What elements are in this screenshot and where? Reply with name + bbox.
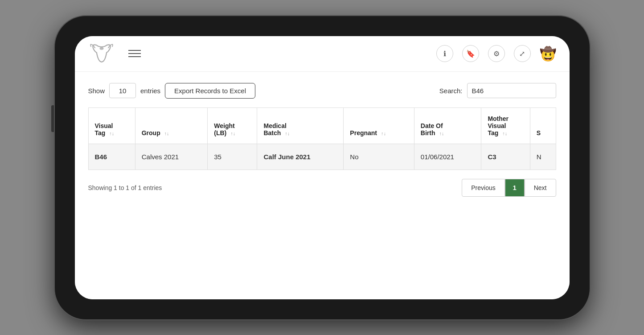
logo [88, 40, 115, 67]
sort-icon: ↑↓ [439, 131, 444, 136]
phone-notch [287, 16, 358, 29]
cell-medical-batch: Calf June 2021 [257, 144, 344, 170]
top-nav: ℹ 🔖 ⚙ ⤢ 🤠 [75, 36, 570, 72]
sort-icon: ↑↓ [502, 131, 507, 136]
sort-icon: ↑↓ [109, 131, 114, 136]
previous-button[interactable]: Previous [462, 179, 505, 197]
cell-mother-tag: C3 [481, 144, 530, 170]
user-avatar[interactable]: 🤠 [540, 46, 556, 62]
show-entries-input[interactable] [109, 83, 136, 98]
settings-button[interactable]: ⚙ [488, 45, 505, 62]
col-weight[interactable]: Weight(LB) ↑↓ [208, 108, 257, 144]
pagination: Previous 1 Next [462, 179, 556, 197]
cell-s: N [530, 144, 556, 170]
bookmark-icon: 🔖 [466, 50, 475, 58]
toolbar-right: Search: [439, 83, 556, 98]
next-button[interactable]: Next [525, 179, 556, 197]
col-pregnant[interactable]: Pregnant ↑↓ [344, 108, 414, 144]
nav-right-icons: ℹ 🔖 ⚙ ⤢ 🤠 [436, 45, 556, 62]
col-s: S [530, 108, 556, 144]
svg-point-0 [99, 47, 103, 50]
table-footer: Showing 1 to 1 of 1 entries Previous 1 N… [88, 179, 556, 197]
move-icon: ⤢ [519, 50, 525, 58]
hamburger-menu[interactable] [128, 50, 141, 57]
sort-icon: ↑↓ [381, 131, 386, 136]
logo-icon [88, 40, 115, 67]
current-page[interactable]: 1 [505, 179, 525, 197]
col-visual-tag[interactable]: VisualTag ↑↓ [88, 108, 135, 144]
phone-screen: ℹ 🔖 ⚙ ⤢ 🤠 Show entr [75, 36, 570, 299]
info-button[interactable]: ℹ [436, 45, 453, 62]
main-content: Show entries Export Records to Excel Sea… [75, 72, 570, 299]
col-date-of-birth[interactable]: Date OfBirth ↑↓ [414, 108, 481, 144]
sort-icon: ↑↓ [230, 131, 235, 136]
phone-frame: ℹ 🔖 ⚙ ⤢ 🤠 Show entr [55, 16, 590, 319]
data-table: VisualTag ↑↓ Group ↑↓ Weight(LB) ↑↓ Me [88, 108, 556, 170]
cell-visual-tag: B46 [88, 144, 135, 170]
show-label: Show [88, 87, 105, 95]
export-button[interactable]: Export Records to Excel [165, 83, 255, 99]
entries-label: entries [140, 87, 160, 95]
search-input[interactable] [467, 83, 556, 98]
cell-weight: 35 [208, 144, 257, 170]
toolbar-left: Show entries Export Records to Excel [88, 83, 255, 99]
info-icon: ℹ [443, 50, 446, 58]
bookmark-button[interactable]: 🔖 [462, 45, 479, 62]
cell-pregnant: No [344, 144, 414, 170]
table-row: B46 Calves 2021 35 Calf June 2021 No 01/… [88, 144, 556, 170]
search-label: Search: [439, 87, 463, 95]
col-group[interactable]: Group ↑↓ [135, 108, 208, 144]
cell-group: Calves 2021 [135, 144, 208, 170]
table-header-row: VisualTag ↑↓ Group ↑↓ Weight(LB) ↑↓ Me [88, 108, 556, 144]
entries-info: Showing 1 to 1 of 1 entries [88, 184, 162, 191]
move-button[interactable]: ⤢ [514, 45, 531, 62]
sort-icon: ↑↓ [164, 131, 169, 136]
cell-date-of-birth: 01/06/2021 [414, 144, 481, 170]
settings-icon: ⚙ [493, 50, 500, 58]
sort-icon: ↑↓ [285, 131, 290, 136]
col-mother-tag[interactable]: MotherVisualTag ↑↓ [481, 108, 530, 144]
col-medical-batch[interactable]: MedicalBatch ↑↓ [257, 108, 344, 144]
toolbar-row: Show entries Export Records to Excel Sea… [88, 83, 556, 99]
